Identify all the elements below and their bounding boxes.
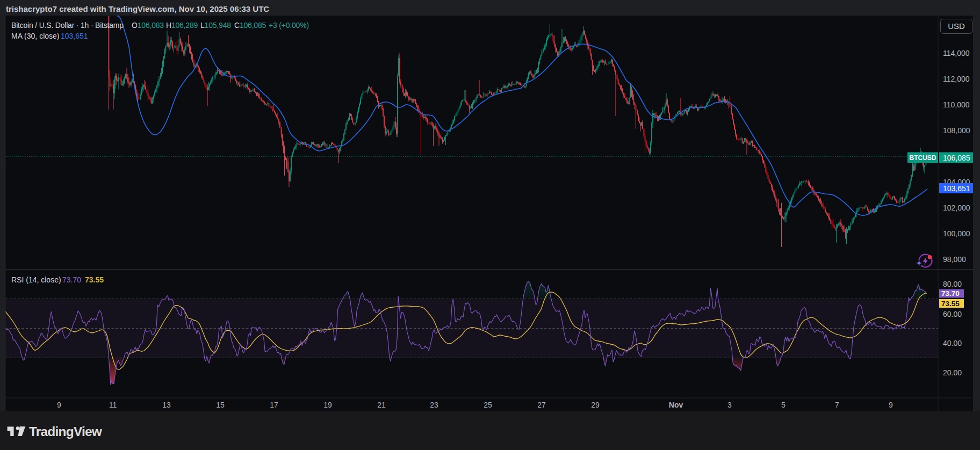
svg-text:103,651: 103,651: [943, 184, 970, 193]
svg-text:5: 5: [781, 401, 786, 409]
svg-text:21: 21: [377, 401, 386, 409]
svg-text:MA (30, close) 103,651: MA (30, close) 103,651: [11, 32, 88, 40]
svg-text:40.00: 40.00: [943, 339, 962, 347]
svg-text:19: 19: [323, 401, 332, 409]
svg-text:114,000: 114,000: [943, 49, 970, 57]
svg-text:27: 27: [537, 401, 546, 409]
svg-text:trishacrypto7 created with Tra: trishacrypto7 created with TradingView.c…: [6, 4, 269, 13]
svg-text:106,085: 106,085: [943, 154, 970, 162]
svg-text:60.00: 60.00: [943, 310, 962, 318]
svg-text:Bitcoin / U.S. Dollar · 1h · B: Bitcoin / U.S. Dollar · 1h · BitstampO10…: [11, 21, 309, 30]
svg-text:102,000: 102,000: [943, 204, 970, 212]
svg-text:Nov: Nov: [669, 401, 683, 409]
svg-text:100,000: 100,000: [943, 229, 970, 238]
svg-text:25: 25: [484, 401, 492, 409]
svg-text:17: 17: [270, 401, 278, 409]
svg-text:11: 11: [109, 401, 117, 409]
svg-text:9: 9: [57, 401, 61, 409]
svg-text:3: 3: [727, 401, 732, 409]
svg-text:112,000: 112,000: [943, 75, 970, 83]
svg-text:23: 23: [430, 401, 438, 409]
svg-text:13: 13: [162, 401, 171, 409]
svg-text:73.70: 73.70: [941, 289, 960, 297]
svg-text:108,000: 108,000: [943, 126, 970, 135]
svg-text:RSI (14, close) 73.7073.55: RSI (14, close) 73.7073.55: [11, 275, 104, 284]
svg-text:110,000: 110,000: [943, 100, 970, 109]
svg-text:15: 15: [216, 401, 225, 409]
svg-text:73.55: 73.55: [941, 300, 960, 308]
svg-text:20.00: 20.00: [943, 368, 962, 377]
svg-text:BTCUSD: BTCUSD: [910, 154, 936, 162]
svg-text:29: 29: [591, 401, 600, 409]
svg-text:TradingView: TradingView: [29, 424, 103, 439]
svg-text:7: 7: [835, 401, 839, 409]
svg-text:80.00: 80.00: [943, 280, 962, 288]
svg-text:USD: USD: [948, 21, 965, 31]
svg-text:9: 9: [889, 401, 893, 409]
svg-text:98,000: 98,000: [943, 255, 966, 264]
